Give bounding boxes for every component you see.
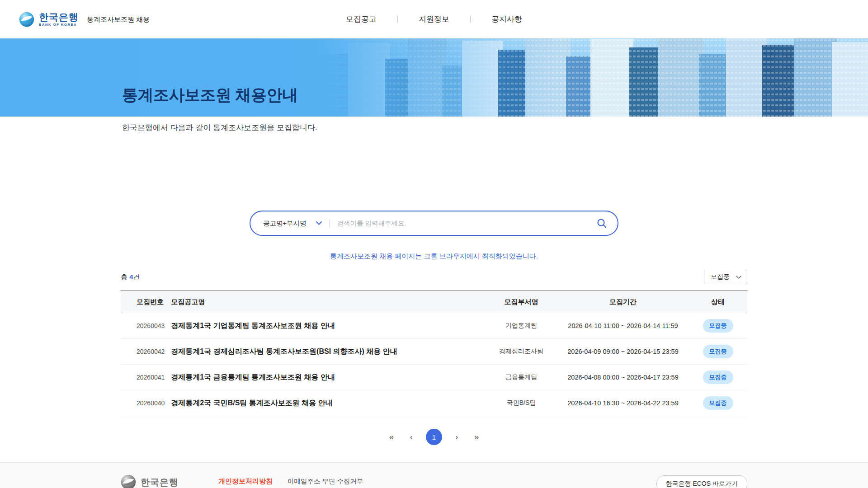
status-filter-dropdown[interactable]: 모집중 (704, 270, 747, 284)
row-title-link[interactable]: 경제통계1국 경제심리조사팀 통계조사보조원(BSI 의향조사) 채용 안내 (165, 339, 485, 365)
footer-logo-text: 한국은행 (141, 476, 179, 488)
recruit-list-section: 총 4건 모집중 모집번호 모집공고명 모집부서명 모집기간 상태 202600… (121, 270, 747, 445)
column-header-dept: 모집부서명 (485, 291, 557, 313)
nav-item-application-info[interactable]: 지원정보 (398, 9, 470, 29)
row-title-link[interactable]: 경제통계1국 금융통계팀 통계조사보조원 채용 안내 (165, 365, 485, 390)
total-suffix: 건 (133, 273, 140, 281)
row-dept: 경제심리조사팀 (485, 339, 557, 365)
footer-link-divider (280, 479, 280, 484)
row-title-link[interactable]: 경제통계1국 기업통계팀 통계조사보조원 채용 안내 (165, 313, 485, 339)
pagination-last-button[interactable]: » (471, 432, 482, 442)
pagination-page-1[interactable]: 1 (426, 429, 442, 445)
search-section: 공고명+부서명 (0, 211, 868, 236)
row-dept: 기업통계팀 (485, 313, 557, 339)
row-no: 20260043 (121, 313, 165, 339)
total-prefix: 총 (121, 273, 129, 281)
chevron-down-icon (736, 276, 741, 279)
main-nav: 모집공고 지원정보 공지사항 (325, 9, 543, 29)
row-title-link[interactable]: 경제통계2국 국민B/S팀 통계조사보조원 채용 안내 (165, 390, 485, 416)
browser-notice: 통계조사보조원 채용 페이지는 크롬 브라우저에서 최적화되었습니다. (0, 252, 868, 261)
row-period: 2026-04-09 09:00 ~ 2026-04-15 23:59 (557, 339, 689, 365)
table-row: 20260040 경제통계2국 국민B/S팀 통계조사보조원 채용 안내 국민B… (121, 390, 747, 416)
status-filter-label: 모집중 (711, 273, 730, 281)
pagination-first-button[interactable]: « (386, 432, 397, 442)
search-category-label: 공고명+부서명 (263, 219, 306, 228)
search-divider (329, 219, 330, 227)
column-header-no: 모집번호 (121, 291, 165, 313)
status-badge: 모집중 (703, 345, 733, 358)
row-period: 2026-04-10 11:00 ~ 2026-04-14 11:59 (557, 313, 689, 339)
logo-korean-text: 한국은행 (39, 12, 79, 22)
search-bar: 공고명+부서명 (250, 211, 618, 236)
status-badge: 모집중 (703, 396, 733, 410)
footer: 한국은행 개인정보처리방침 이메일주소 무단 수집거부 서울특별시 중구 남대문… (0, 462, 868, 488)
table-header-row: 모집번호 모집공고명 모집부서명 모집기간 상태 (121, 291, 747, 313)
row-no: 20260042 (121, 339, 165, 365)
column-header-title: 모집공고명 (165, 291, 485, 313)
table-row: 20260041 경제통계1국 금융통계팀 통계조사보조원 채용 안내 금융통계… (121, 365, 747, 390)
page-title: 통계조사보조원 채용안내 (122, 84, 298, 106)
pagination-prev-button[interactable]: ‹ (406, 432, 417, 442)
row-period: 2026-04-10 16:30 ~ 2026-04-22 23:59 (557, 390, 689, 416)
column-header-period: 모집기간 (557, 291, 689, 313)
privacy-policy-link[interactable]: 개인정보처리방침 (218, 477, 273, 486)
page-subtitle: 한국은행에서 다음과 같이 통계조사보조원을 모집합니다. (122, 122, 868, 133)
table-row: 20260042 경제통계1국 경제심리조사팀 통계조사보조원(BSI 의향조사… (121, 339, 747, 365)
site-title: 통계조사보조원 채용 (87, 14, 150, 24)
table-row: 20260043 경제통계1국 기업통계팀 통계조사보조원 채용 안내 기업통계… (121, 313, 747, 339)
search-icon (597, 218, 607, 228)
header: 한국은행 BANK OF KOREA 통계조사보조원 채용 모집공고 지원정보 … (0, 0, 868, 38)
search-input[interactable] (337, 220, 597, 227)
nav-item-announcements[interactable]: 공지사항 (471, 9, 543, 29)
search-category-dropdown[interactable]: 공고명+부서명 (263, 219, 322, 228)
ecos-link-button[interactable]: 한국은행 ECOS 바로가기 (656, 475, 747, 488)
row-dept: 금융통계팀 (485, 365, 557, 390)
column-header-status: 상태 (689, 291, 747, 313)
brand-logo[interactable]: 한국은행 BANK OF KOREA 통계조사보조원 채용 (19, 12, 150, 27)
email-collection-refusal-link[interactable]: 이메일주소 무단 수집거부 (288, 477, 363, 486)
pagination: « ‹ 1 › » (121, 429, 747, 445)
recruit-table: 모집번호 모집공고명 모집부서명 모집기간 상태 20260043 경제통계1국… (121, 291, 747, 416)
logo-text: 한국은행 BANK OF KOREA (39, 12, 79, 27)
chevron-down-icon (316, 221, 322, 225)
footer-logo: 한국은행 (121, 474, 179, 488)
row-no: 20260040 (121, 390, 165, 416)
status-badge: 모집중 (703, 371, 733, 384)
search-button[interactable] (597, 218, 607, 228)
status-badge: 모집중 (703, 319, 733, 333)
row-no: 20260041 (121, 365, 165, 390)
hero-banner: 통계조사보조원 채용안내 (0, 38, 868, 117)
row-period: 2026-04-08 00:00 ~ 2026-04-17 23:59 (557, 365, 689, 390)
pagination-next-button[interactable]: › (451, 432, 462, 442)
total-count: 총 4건 (121, 273, 140, 282)
bank-of-korea-logo-gray-icon (121, 474, 136, 488)
total-count-number: 4 (129, 273, 133, 281)
logo-english-text: BANK OF KOREA (39, 23, 79, 27)
row-dept: 국민B/S팀 (485, 390, 557, 416)
nav-item-recruit-notice[interactable]: 모집공고 (325, 9, 397, 29)
bank-of-korea-logo-icon (19, 12, 34, 27)
